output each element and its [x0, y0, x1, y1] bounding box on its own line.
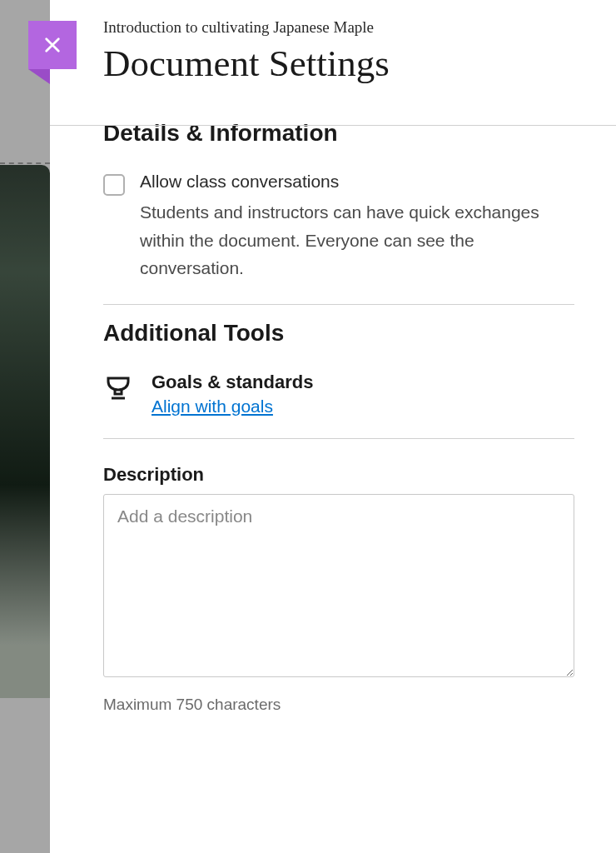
goals-standards-title: Goals & standards [152, 372, 313, 393]
allow-conversations-row: Allow class conversations Students and i… [103, 172, 574, 282]
settings-panel: Introduction to cultivating Japanese Map… [50, 0, 616, 853]
description-textarea[interactable] [103, 494, 574, 677]
allow-conversations-label: Allow class conversations [140, 172, 574, 192]
allow-conversations-content: Allow class conversations Students and i… [140, 172, 574, 282]
header-divider [50, 125, 616, 126]
align-with-goals-link[interactable]: Align with goals [152, 397, 273, 416]
breadcrumb: Introduction to cultivating Japanese Map… [103, 18, 574, 37]
close-icon [43, 36, 62, 54]
trophy-icon [103, 373, 133, 407]
goals-standards-row: Goals & standards Align with goals [103, 372, 574, 417]
close-button[interactable] [28, 21, 77, 69]
divider [103, 304, 574, 305]
close-button-flag [28, 69, 50, 84]
allow-conversations-description: Students and instructors can have quick … [140, 198, 574, 282]
section-details-heading: Details & Information [103, 120, 574, 147]
allow-conversations-checkbox[interactable] [103, 174, 125, 196]
divider [103, 438, 574, 439]
description-helper: Maximum 750 characters [103, 696, 574, 714]
section-tools-heading: Additional Tools [103, 320, 574, 347]
modal-backdrop [0, 0, 50, 853]
description-label: Description [103, 464, 574, 486]
page-title: Document Settings [103, 42, 574, 85]
goals-standards-content: Goals & standards Align with goals [152, 372, 313, 417]
